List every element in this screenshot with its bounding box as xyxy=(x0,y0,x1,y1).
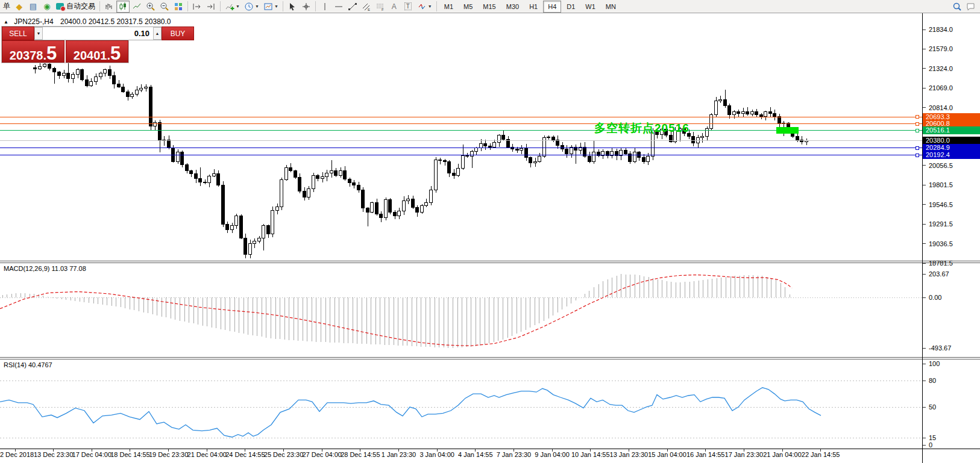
volume-input[interactable] xyxy=(43,27,153,40)
sell-price-big-digit: 5 xyxy=(46,46,57,61)
zoom-in-icon[interactable] xyxy=(144,1,157,13)
candlestick-chart-icon[interactable] xyxy=(116,1,130,13)
navigator-icon[interactable]: ◉ xyxy=(40,1,54,13)
dropdown-arrow-icon[interactable]: ▼ xyxy=(255,4,259,8)
timeframe-button-mn[interactable]: MN xyxy=(601,1,621,13)
periods-icon[interactable]: ▼ xyxy=(242,1,261,13)
line-chart-icon[interactable] xyxy=(130,1,143,13)
fibonacci-icon[interactable]: F xyxy=(374,1,387,13)
timeframe-button-d1[interactable]: D1 xyxy=(562,1,580,13)
arrows-icon[interactable]: ▼ xyxy=(415,1,434,13)
chart-shift-icon[interactable] xyxy=(204,1,218,13)
toolbar-separator xyxy=(187,1,188,11)
text-icon[interactable]: A xyxy=(388,1,401,13)
zoom-out-icon[interactable] xyxy=(158,1,171,13)
market-watch-icon[interactable]: ▤ xyxy=(27,1,40,13)
dropdown-arrow-icon[interactable]: ▼ xyxy=(428,4,432,8)
autotrading-label: 自动交易 xyxy=(66,1,95,11)
main-toolbar: 单◆▤◉自动交易▼▼▼EFAT▼M1M5M15M30H1H4D1W1MN xyxy=(0,0,980,13)
timeframe-button-h1[interactable]: H1 xyxy=(524,1,542,13)
svg-text:E: E xyxy=(368,8,370,11)
search-icon[interactable] xyxy=(950,1,964,13)
dropdown-arrow-icon[interactable]: ▼ xyxy=(236,4,240,8)
vertical-line-icon[interactable] xyxy=(318,1,331,13)
toolbar-separator xyxy=(283,1,283,11)
sell-price-main: 20378 xyxy=(10,49,43,61)
timeframe-button-m15[interactable]: M15 xyxy=(478,1,500,13)
tile-windows-icon[interactable] xyxy=(172,1,185,13)
mt4-chart-window: 单◆▤◉自动交易▼▼▼EFAT▼M1M5M15M30H1H4D1W1MN ▲ J… xyxy=(0,0,980,463)
templates-icon[interactable]: ▼ xyxy=(262,1,280,13)
timeframe-button-w1[interactable]: W1 xyxy=(580,1,600,13)
sell-button[interactable]: SELL xyxy=(2,26,34,40)
timeframe-button-m5[interactable]: M5 xyxy=(459,1,477,13)
timeframe-button-h4[interactable]: H4 xyxy=(543,1,561,13)
buy-price-big-digit: 5 xyxy=(110,46,121,61)
svg-text:F: F xyxy=(382,8,384,11)
bar-chart-icon[interactable] xyxy=(102,1,116,13)
toolbar-separator xyxy=(436,1,437,11)
timeframe-button-m1[interactable]: M1 xyxy=(439,1,458,13)
timeframe-button-m30[interactable]: M30 xyxy=(501,1,524,13)
chat-icon[interactable] xyxy=(964,1,979,13)
toolbar-separator xyxy=(220,1,221,11)
autotrading-button[interactable]: 自动交易 xyxy=(54,1,97,13)
buy-price-main: 20401 xyxy=(74,49,107,61)
sell-price-display[interactable]: 20378.5 xyxy=(2,40,64,63)
buy-price-display[interactable]: 20401.5 xyxy=(66,40,128,63)
toolbar-separator xyxy=(99,1,100,11)
trendline-icon[interactable] xyxy=(346,1,359,13)
orders-label-fragment: 单 xyxy=(1,1,12,11)
dropdown-arrow-icon[interactable]: ▼ xyxy=(274,4,278,8)
channel-icon[interactable]: E xyxy=(360,1,373,13)
new-order-icon[interactable]: ◆ xyxy=(13,1,26,13)
chart-canvas[interactable] xyxy=(0,0,980,463)
autotrading-icon xyxy=(56,3,64,10)
volume-down-button[interactable]: ▼ xyxy=(34,27,43,40)
horizontal-line-icon[interactable] xyxy=(332,1,345,13)
one-click-trade-panel: SELL ▼ ▲ BUY 20378.5 20401.5 xyxy=(1,26,129,63)
crosshair-icon[interactable] xyxy=(300,1,313,13)
cursor-icon[interactable] xyxy=(286,1,299,13)
volume-up-button[interactable]: ▲ xyxy=(153,27,162,40)
label-icon[interactable]: T xyxy=(401,1,415,13)
buy-button[interactable]: BUY xyxy=(162,26,194,40)
indicators-icon[interactable]: ▼ xyxy=(223,1,242,13)
auto-scroll-icon[interactable] xyxy=(190,1,204,13)
toolbar-separator xyxy=(315,1,316,11)
